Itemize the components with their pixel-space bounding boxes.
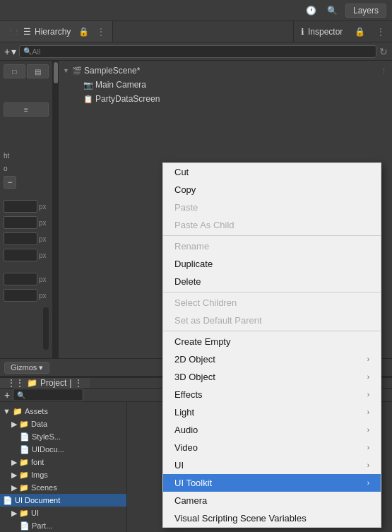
menu-item-create-empty[interactable]: Create Empty [163, 333, 381, 350]
hierarchy-search-input[interactable] [32, 47, 372, 56]
font-icon: 📁 [19, 458, 29, 467]
menu-item-light[interactable]: Light › [163, 403, 381, 421]
menu-item-audio[interactable]: Audio › [163, 421, 381, 439]
uidocu-item[interactable]: 📄 UIDocu... [17, 443, 126, 456]
party-label: PartyDataScreen [95, 94, 160, 104]
ui-folder-item[interactable]: ▶ 📁 UI [8, 507, 126, 519]
px-input-1[interactable] [4, 200, 37, 213]
project-tab[interactable]: ⋮⋮ 📁 Project | ⋮ [0, 378, 90, 388]
minus-button[interactable]: − [4, 176, 16, 189]
sidebar-control-2[interactable]: ▤ [27, 64, 49, 78]
px-label-4: px [39, 252, 49, 259]
sidebar-align-control[interactable]: ≡ [4, 102, 49, 117]
px-input-4[interactable] [4, 249, 37, 261]
px-input-5[interactable] [4, 273, 37, 285]
imgs-icon: 📁 [19, 471, 29, 480]
hierarchy-tab[interactable]: ⋮⋮ ☰ Hierarchy 🔒 ⋮ [0, 21, 113, 42]
hierarchy-refresh-icon[interactable]: ↻ [379, 46, 388, 57]
select-children-label: Select Children [174, 297, 237, 308]
menu-item-video[interactable]: Video › [163, 439, 381, 456]
hierarchy-add-button[interactable]: + ▾ [4, 46, 16, 57]
scene-item[interactable]: ▼ 🎬 SampleScene* ⋮ [59, 64, 392, 78]
file-tree: ▼ 📁 Assets ▶ 📁 Data 📄 StyleS... 📄 UIDocu… [0, 402, 127, 532]
set-default-parent-label: Set as Default Parent [174, 315, 262, 326]
3d-object-arrow-icon: › [367, 373, 369, 381]
party-data-screen-item[interactable]: 📋 PartyDataScreen [70, 92, 392, 106]
menu-item-paste: Paste [163, 199, 381, 216]
inspector-lock-icon[interactable]: 🔒 [355, 27, 365, 37]
ui-document-icon: 📄 [3, 496, 13, 505]
px-label-5: px [39, 276, 49, 283]
scenes-arrow: ▶ [11, 483, 17, 492]
assets-root-item[interactable]: ▼ 📁 Assets [0, 405, 126, 418]
project-add-button[interactable]: + [4, 389, 10, 401]
menu-item-camera[interactable]: Camera [163, 492, 381, 509]
folder-icon: 📁 [27, 378, 37, 388]
px-row-2: px [4, 216, 49, 229]
menu-item-ui[interactable]: UI › [163, 456, 381, 474]
menu-item-ui-toolkit[interactable]: UI Toolkit › [163, 474, 381, 492]
project-search-input[interactable] [25, 391, 79, 399]
paste-as-child-label: Paste As Child [174, 220, 234, 230]
project-search-icon: 🔍 [17, 391, 25, 399]
search-icon[interactable]: 🔍 [324, 2, 341, 19]
hierarchy-menu-icon[interactable]: ⋮ [97, 27, 105, 37]
px-input-3[interactable] [4, 232, 37, 245]
ui-toolkit-label: UI Toolkit [174, 478, 212, 488]
font-item[interactable]: ▶ 📁 font [8, 456, 126, 468]
gizmos-button[interactable]: Gizmos ▾ [4, 362, 49, 374]
data-folder-item[interactable]: ▶ 📁 Data [8, 418, 126, 430]
camera-label: Camera [174, 495, 207, 506]
gizmos-label: Gizmos [11, 363, 37, 372]
menu-item-duplicate[interactable]: Duplicate [163, 255, 381, 273]
menu-item-effects[interactable]: Effects › [163, 386, 381, 403]
hierarchy-icon: ☰ [23, 27, 31, 37]
hierarchy-search-box[interactable]: 🔍 [19, 45, 376, 58]
scrollbar-thumb [54, 62, 58, 83]
sidebar-control-1[interactable]: □ [4, 64, 25, 78]
px-row-5: px [4, 273, 49, 285]
drag-handle-icon: ⋮⋮ [7, 378, 24, 388]
scene-icon: 🎬 [72, 66, 82, 76]
px-input-2[interactable] [4, 216, 37, 229]
ui-document-item[interactable]: 📄 UI Document [0, 494, 126, 507]
search-icon: 🔍 [23, 47, 32, 55]
copy-label: Copy [174, 184, 196, 195]
effects-label: Effects [174, 389, 203, 400]
imgs-item[interactable]: ▶ 📁 Imgs [8, 468, 126, 481]
data-folder-icon: 📁 [19, 420, 29, 429]
px-row-6: px [4, 289, 49, 302]
menu-item-2d-object[interactable]: 2D Object › [163, 350, 381, 368]
scenes-item[interactable]: ▶ 📁 Scenes [8, 481, 126, 494]
project-search-box[interactable]: 🔍 [13, 389, 83, 401]
light-label: Light [174, 407, 194, 418]
inspector-menu-icon[interactable]: ⋮ [376, 27, 385, 37]
part-item[interactable]: 📄 Part... [17, 519, 126, 532]
font-label: font [31, 458, 44, 466]
layers-button[interactable]: Layers [345, 4, 386, 18]
main-camera-item[interactable]: 📷 Main Camera [70, 78, 392, 92]
visual-scripting-label: Visual Scripting Scene Variables [174, 513, 307, 524]
scroll-track [43, 307, 49, 350]
px-label-3: px [39, 235, 49, 243]
px-input-6[interactable] [4, 289, 37, 302]
camera-label: Main Camera [95, 80, 146, 90]
hierarchy-lock-icon[interactable]: 🔒 [78, 27, 89, 37]
project-dots-icon[interactable]: ⋮ [74, 378, 83, 388]
inspector-icon: ℹ [301, 27, 304, 37]
styles-item[interactable]: 📄 StyleS... [17, 430, 126, 443]
rename-label: Rename [174, 241, 209, 252]
sidebar-label-1: ht [4, 152, 49, 160]
menu-item-set-default-parent: Set as Default Parent [163, 312, 381, 329]
history-icon[interactable]: 🕐 [303, 2, 320, 19]
menu-item-visual-scripting[interactable]: Visual Scripting Scene Variables [163, 509, 381, 527]
menu-item-delete[interactable]: Delete [163, 273, 381, 290]
scene-menu-icon[interactable]: ⋮ [380, 66, 388, 76]
inspector-tab[interactable]: ℹ Inspector 🔒 ⋮ [293, 21, 392, 42]
menu-item-cut[interactable]: Cut [163, 163, 381, 181]
assets-arrow-icon: ▼ [3, 407, 11, 415]
data-arrow-icon: ▶ [11, 420, 17, 429]
menu-item-copy[interactable]: Copy [163, 181, 381, 199]
uidocu-label: UIDocu... [32, 445, 64, 454]
menu-item-3d-object[interactable]: 3D Object › [163, 368, 381, 386]
